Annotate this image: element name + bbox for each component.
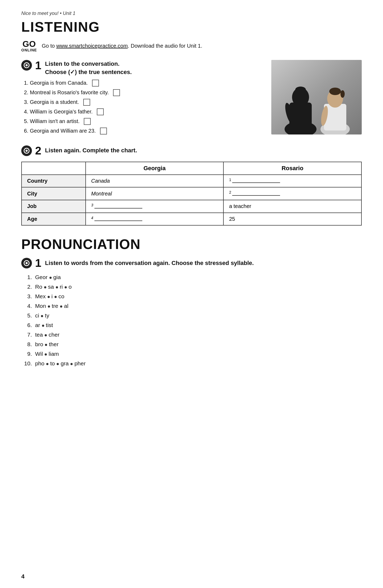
rosario-job: a teacher bbox=[223, 200, 361, 213]
table-row: Job 3 a teacher bbox=[22, 200, 361, 213]
exercise1-photo bbox=[271, 60, 362, 137]
item-text: 1. Georgia is from Canada. bbox=[24, 80, 88, 86]
checkbox-1[interactable] bbox=[92, 80, 99, 87]
pron-item-text: bro ther bbox=[35, 341, 59, 348]
conversation-photo bbox=[271, 60, 362, 134]
pron-item-num: 5. bbox=[24, 312, 32, 319]
exercise2-block: 2 Listen again. Complete the chart. Geor… bbox=[21, 145, 362, 226]
list-item: 5. ci ty bbox=[24, 312, 362, 319]
list-item: 2. Ro sa ri o bbox=[24, 284, 362, 290]
pron-item-num: 6. bbox=[24, 322, 32, 328]
listen-icon-dot-pron bbox=[26, 262, 28, 264]
pron-item-text: Wil liam bbox=[35, 351, 59, 357]
online-label: ONLINE bbox=[21, 48, 37, 52]
list-item: 6. ar tist bbox=[24, 322, 362, 328]
go-online-bar: GO ONLINE Go to www.smartchoicepractice.… bbox=[21, 40, 362, 52]
go-online-description: Go to www.smartchoicepractice.com. Downl… bbox=[42, 43, 202, 49]
svg-point-9 bbox=[329, 88, 341, 95]
pron-item-num: 4. bbox=[24, 303, 32, 309]
list-item: 6. Georgia and William are 23. bbox=[24, 128, 263, 134]
checkbox-6[interactable] bbox=[100, 128, 107, 134]
rosario-age: 25 bbox=[223, 213, 361, 226]
pron-item-num: 1. bbox=[24, 274, 32, 280]
exercise1-header: 1 Listen to the conversation. Choose (✓)… bbox=[21, 60, 263, 76]
checkbox-5[interactable] bbox=[84, 118, 91, 125]
pron-item-num: 9. bbox=[24, 351, 32, 357]
exercise1-checklist: 1. Georgia is from Canada. 2. Montreal i… bbox=[24, 80, 263, 134]
listen-icon-pron bbox=[21, 258, 32, 268]
list-item: 8. bro ther bbox=[24, 341, 362, 348]
pron-item-text: pho to gra pher bbox=[35, 360, 86, 367]
georgia-job: 3 bbox=[86, 200, 224, 213]
pron-item-text: tea cher bbox=[35, 332, 60, 338]
listen-icon-dot-2 bbox=[26, 150, 28, 152]
georgia-city: Montreal bbox=[86, 187, 224, 200]
svg-rect-1 bbox=[271, 60, 362, 134]
listen-icon-1 bbox=[21, 60, 32, 71]
go-online-link[interactable]: www.smartchoicepractice.com bbox=[56, 43, 128, 49]
list-item: 3. Georgia is a student. bbox=[24, 99, 263, 106]
item-text: 2. Montreal is Rosario's favorite city. bbox=[24, 89, 109, 96]
pron-item-num: 2. bbox=[24, 284, 32, 290]
pron-item-num: 8. bbox=[24, 341, 32, 348]
item-text: 6. Georgia and William are 23. bbox=[24, 128, 96, 134]
checkbox-4[interactable] bbox=[97, 108, 104, 115]
table-header-rosario: Rosario bbox=[223, 162, 361, 175]
pron-exercise1-header: 1 Listen to words from the conversation … bbox=[21, 258, 362, 269]
listen-icon-dot-1 bbox=[26, 64, 28, 66]
list-item: 3. Mex i co bbox=[24, 293, 362, 300]
pron-item-num: 7. bbox=[24, 332, 32, 338]
pron-list: 1. Geor gia 2. Ro sa ri o 3. Mex i co 4.… bbox=[24, 274, 362, 367]
list-item: 4. Mon tre al bbox=[24, 303, 362, 309]
exercise1-number: 1 bbox=[35, 60, 41, 71]
svg-point-5 bbox=[295, 87, 306, 93]
list-item: 9. Wil liam bbox=[24, 351, 362, 357]
pron-item-text: Mex i co bbox=[35, 293, 64, 300]
checkbox-3[interactable] bbox=[83, 99, 90, 106]
exercise1-instruction: Listen to the conversation. Choose (✓) t… bbox=[45, 60, 132, 76]
georgia-age: 4 bbox=[86, 213, 224, 226]
row-label-age: Age bbox=[22, 213, 86, 226]
rosario-country: 1 bbox=[223, 175, 361, 187]
row-label-job: Job bbox=[22, 200, 86, 213]
pron-item-text: Mon tre al bbox=[35, 303, 68, 309]
listen-icon-inner-2 bbox=[24, 148, 30, 154]
pron-item-num: 3. bbox=[24, 293, 32, 300]
item-text: 3. Georgia is a student. bbox=[24, 99, 79, 105]
list-item: 1. Geor gia bbox=[24, 274, 362, 280]
page-number: 4 bbox=[21, 573, 24, 580]
georgia-country: Canada bbox=[86, 175, 224, 187]
pronunciation-section: PRONUNCIATION 1 Listen to words from the… bbox=[21, 236, 362, 367]
pron-item-text: Ro sa ri o bbox=[35, 284, 72, 290]
listening-title: LISTENING bbox=[21, 19, 362, 35]
listen-icon-2 bbox=[21, 145, 32, 156]
exercise2-instruction: Listen again. Complete the chart. bbox=[45, 146, 137, 155]
list-item: 1. Georgia is from Canada. bbox=[24, 80, 263, 87]
checkbox-2[interactable] bbox=[113, 89, 120, 96]
table-row: Age 4 25 bbox=[22, 213, 361, 226]
exercise2-number: 2 bbox=[35, 145, 41, 156]
item-text: 4. William is Georgia's father. bbox=[24, 109, 93, 115]
table-header-empty bbox=[22, 162, 86, 175]
pron-item-text: ar tist bbox=[35, 322, 53, 328]
pron-exercise-instruction: Listen to words from the conversation ag… bbox=[45, 259, 254, 267]
rosario-city: 2 bbox=[223, 187, 361, 200]
exercise1-block: 1 Listen to the conversation. Choose (✓)… bbox=[21, 60, 362, 137]
table-header-georgia: Georgia bbox=[86, 162, 224, 175]
listen-icon-inner-pron bbox=[24, 260, 30, 266]
list-item: 5. William isn't an artist. bbox=[24, 118, 263, 125]
breadcrumb: Nice to meet you! • Unit 1 bbox=[21, 11, 362, 16]
svg-point-10 bbox=[340, 90, 345, 98]
pron-exercise-number: 1 bbox=[35, 258, 41, 269]
item-text: 5. William isn't an artist. bbox=[24, 118, 80, 124]
pronunciation-title: PRONUNCIATION bbox=[21, 236, 362, 252]
pron-item-num: 10. bbox=[24, 360, 32, 367]
row-label-country: Country bbox=[22, 175, 86, 187]
pron-item-text: ci ty bbox=[35, 312, 49, 319]
exercise1-left: 1 Listen to the conversation. Choose (✓)… bbox=[21, 60, 263, 137]
list-item: 2. Montreal is Rosario's favorite city. bbox=[24, 89, 263, 96]
go-label: GO bbox=[23, 40, 36, 48]
pron-item-text: Geor gia bbox=[35, 274, 61, 280]
go-online-box: GO ONLINE bbox=[21, 40, 37, 52]
table-row: Country Canada 1 bbox=[22, 175, 361, 187]
